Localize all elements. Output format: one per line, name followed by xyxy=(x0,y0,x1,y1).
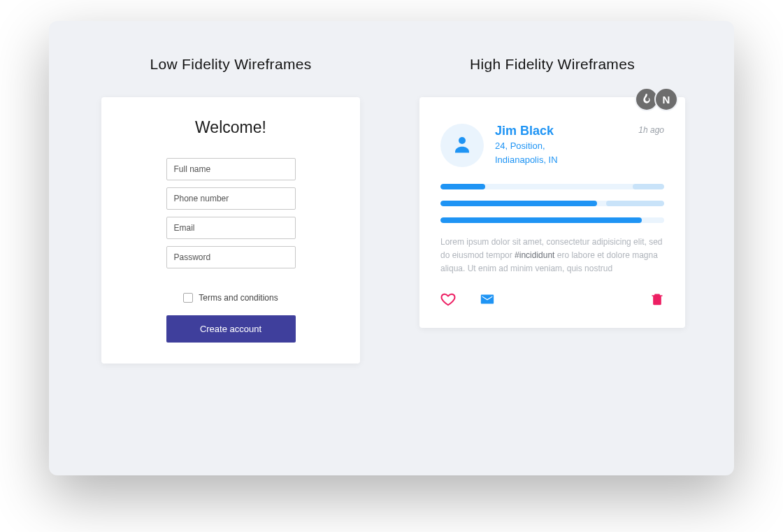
like-button[interactable] xyxy=(440,292,456,310)
lorem-hashtag[interactable]: #incididunt xyxy=(515,250,554,260)
profile-header: Jim Black 24, Position, Indianapolis, IN… xyxy=(440,124,664,167)
phone-field[interactable] xyxy=(166,187,296,210)
email-field[interactable] xyxy=(166,217,296,239)
profile-line1: 24, Position, xyxy=(495,140,664,152)
high-fidelity-column: High Fidelity Wireframes N xyxy=(412,56,692,440)
delete-button[interactable] xyxy=(650,292,664,310)
n-badge-label: N xyxy=(663,94,670,106)
progress-bar-2 xyxy=(440,201,664,206)
bar1-fill xyxy=(440,184,485,189)
fullname-field[interactable] xyxy=(166,158,296,180)
low-fidelity-column: Low Fidelity Wireframes Welcome! Terms a… xyxy=(91,56,371,440)
progress-bar-1 xyxy=(440,184,664,189)
person-icon xyxy=(452,134,473,157)
mail-icon xyxy=(480,292,495,310)
bar1-right xyxy=(633,184,664,189)
low-fidelity-heading: Low Fidelity Wireframes xyxy=(150,56,312,73)
n-badge[interactable]: N xyxy=(654,87,678,111)
bar2-fill xyxy=(440,201,597,206)
trash-icon xyxy=(650,292,664,310)
password-field[interactable] xyxy=(166,246,296,268)
message-button[interactable] xyxy=(480,292,495,310)
bar3-fill xyxy=(440,217,642,223)
progress-bar-3 xyxy=(440,217,664,223)
bar2-right xyxy=(606,201,664,206)
profile-card: N Jim Black 24, Position, Indianapolis, … xyxy=(419,97,685,328)
wireframe-comparison-panel: Low Fidelity Wireframes Welcome! Terms a… xyxy=(49,21,734,475)
profile-line2: Indianapolis, IN xyxy=(495,154,664,166)
heart-icon xyxy=(440,292,456,310)
svg-point-0 xyxy=(459,137,466,144)
terms-checkbox[interactable] xyxy=(183,293,193,303)
badge-group: N xyxy=(639,87,678,111)
description-text: Lorem ipsum dolor sit amet, consectetur … xyxy=(440,236,664,276)
fire-icon xyxy=(641,92,652,107)
create-account-button[interactable]: Create account xyxy=(166,315,296,343)
avatar[interactable] xyxy=(440,124,484,167)
signup-card: Welcome! Terms and conditions Create acc… xyxy=(101,97,360,364)
timestamp: 1h ago xyxy=(638,125,664,135)
high-fidelity-heading: High Fidelity Wireframes xyxy=(470,56,635,73)
welcome-title: Welcome! xyxy=(133,118,329,137)
card-actions xyxy=(440,292,664,310)
terms-label: Terms and conditions xyxy=(199,293,278,303)
terms-row: Terms and conditions xyxy=(133,293,329,303)
progress-bars xyxy=(440,184,664,223)
